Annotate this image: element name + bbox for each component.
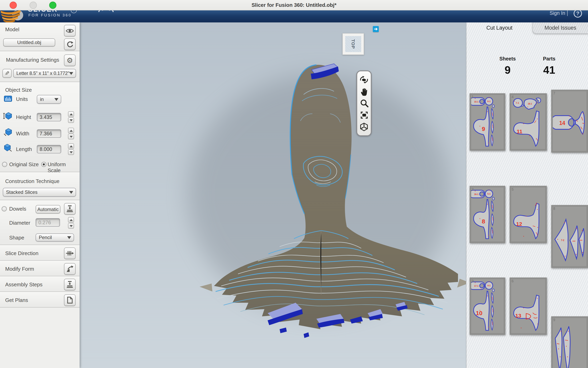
slice-direction-button[interactable] [64, 248, 76, 259]
sheet-number: 8 [553, 207, 555, 211]
assembly-steps-icon [66, 281, 74, 288]
modify-form-icon [66, 265, 74, 273]
view-cube[interactable]: TOP [342, 33, 364, 55]
stepper-down-icon[interactable] [68, 134, 74, 139]
navigation-toolbar [356, 71, 372, 136]
svg-text:16-1: 16-1 [474, 193, 479, 195]
diameter-stepper[interactable] [68, 217, 74, 229]
width-stepper[interactable] [68, 128, 74, 139]
manufacturing-settings-button[interactable]: ⚙ [64, 55, 76, 66]
assembly-steps-row[interactable]: Assembly Steps [0, 276, 79, 292]
get-plans-button[interactable] [64, 294, 76, 306]
tab-cut-layout[interactable]: Cut Layout [466, 22, 532, 34]
parts-count: 41 [527, 64, 571, 76]
view-settings-tool[interactable] [359, 122, 369, 132]
parts-label: Parts [527, 56, 571, 62]
get-plans-icon [66, 296, 73, 304]
sheet-thumbnail-2[interactable]: 2 16-1 5-1 8 [470, 186, 505, 243]
view-cube-face[interactable]: TOP [345, 36, 361, 52]
height-label: Height [16, 114, 31, 120]
sheet-parts-drawing: 17-1 4-1 10 [471, 279, 504, 333]
chevron-down-icon [69, 72, 73, 75]
units-dropdown[interactable]: in [37, 95, 61, 104]
sheet-number: 4 [512, 95, 514, 99]
sheet-preset-value: Letter 8.5" x 11" x 0.1772" [14, 71, 69, 76]
sheet-thumbnail-4[interactable]: 4 7-1 18-1 11 [509, 93, 547, 151]
pencil-icon: ✎ [5, 70, 9, 76]
height-stepper[interactable] [68, 111, 74, 123]
dowel-shape-dropdown[interactable]: Pencil [35, 233, 74, 241]
sheet-number: 9 [553, 318, 555, 322]
stepper-down-icon[interactable] [68, 149, 74, 155]
modify-form-row[interactable]: Modify Form [0, 261, 79, 276]
stepper-up-icon[interactable] [68, 128, 74, 133]
sheet-thumbnail-3[interactable]: 3 17-1 4-1 10 [470, 277, 505, 335]
fit-view-tool[interactable] [359, 110, 369, 120]
sheet-thumbnail-7[interactable]: 7 14 [551, 90, 588, 153]
sheet-parts-drawing: 7-1 18-1 11 [511, 95, 545, 149]
sliced-bust-model[interactable] [79, 22, 466, 368]
model-viewport[interactable]: TOP ➔ [79, 22, 466, 368]
svg-text:13: 13 [515, 313, 521, 319]
view-cube-label: TOP [351, 39, 356, 49]
assembly-steps-button[interactable] [64, 279, 76, 290]
svg-text:5-1: 5-1 [487, 193, 491, 195]
stepper-up-icon[interactable] [68, 217, 74, 223]
construction-technique-dropdown[interactable]: Stacked Slices [3, 188, 76, 197]
diameter-input[interactable] [35, 218, 60, 227]
sheet-thumbnail-1[interactable]: 1 15-1 6-1 9 [470, 93, 505, 151]
sheet-parts-drawing: 16-1 5-1 8 [471, 187, 504, 241]
length-input[interactable] [37, 145, 61, 153]
sheet-number: 2 [472, 187, 474, 191]
collapse-panel-arrow-icon[interactable]: ➔ [373, 26, 379, 32]
stepper-up-icon[interactable] [68, 111, 74, 117]
width-input[interactable] [37, 129, 61, 138]
sheet-thumbnail-6[interactable]: 6 13 [509, 277, 547, 335]
width-cube-icon [3, 128, 12, 137]
length-stepper[interactable] [68, 143, 74, 155]
length-label: Length [16, 146, 32, 152]
svg-text:15-1: 15-1 [474, 101, 479, 103]
model-section-title: Model [5, 27, 19, 32]
tab-model-issues[interactable]: Model Issues [532, 22, 588, 34]
model-section: Model Untitled.obj [0, 22, 79, 51]
zoom-tool[interactable] [359, 98, 369, 109]
dowel-distribute-button[interactable] [64, 203, 76, 215]
sheet-thumbnail-9[interactable]: 9 [551, 316, 588, 368]
dowels-radio[interactable] [2, 206, 7, 212]
svg-text:12: 12 [516, 221, 522, 227]
get-plans-row[interactable]: Get Plans [0, 292, 79, 308]
pan-tool[interactable] [359, 86, 369, 97]
model-file-button[interactable]: Untitled.obj [3, 38, 55, 46]
svg-text:14: 14 [559, 120, 565, 126]
stepper-down-icon[interactable] [68, 223, 74, 229]
sheet-parts-drawing: 12 [511, 187, 545, 241]
get-plans-label: Get Plans [5, 297, 28, 303]
edit-preset-button[interactable]: ✎ [2, 69, 12, 78]
stepper-down-icon[interactable] [68, 117, 74, 123]
original-size-label: Original Size [9, 161, 39, 167]
svg-text:6-1: 6-1 [487, 100, 491, 102]
slice-direction-row[interactable]: Slice Direction [0, 245, 79, 261]
height-input[interactable] [37, 113, 61, 121]
chevron-down-icon [69, 191, 73, 193]
sign-in-button[interactable]: Sign In [550, 10, 565, 16]
original-size-radio[interactable] [2, 162, 7, 167]
sheet-number: 1 [472, 95, 474, 99]
svg-text:9: 9 [482, 126, 485, 132]
chevron-down-icon [67, 236, 71, 239]
svg-text:7-1: 7-1 [516, 102, 519, 104]
sheet-thumbnail-5[interactable]: 5 12 [509, 186, 547, 243]
uniform-scale-radio[interactable] [41, 162, 46, 167]
stepper-up-icon[interactable] [68, 143, 74, 149]
sheet-preset-dropdown[interactable]: Letter 8.5" x 11" x 0.1772" [13, 69, 76, 78]
help-circle-icon[interactable]: ? [574, 9, 582, 18]
orbit-icon [359, 75, 369, 84]
model-reload-button[interactable] [64, 38, 76, 50]
model-visibility-button[interactable] [64, 25, 76, 37]
dowels-mode-button[interactable]: Automatic [35, 205, 60, 213]
orbit-tool[interactable] [359, 74, 369, 85]
sheet-thumbnail-8[interactable]: 8 7-2 [551, 205, 588, 268]
modify-form-button[interactable] [64, 263, 76, 275]
dowels-label: Dowels [9, 206, 26, 212]
